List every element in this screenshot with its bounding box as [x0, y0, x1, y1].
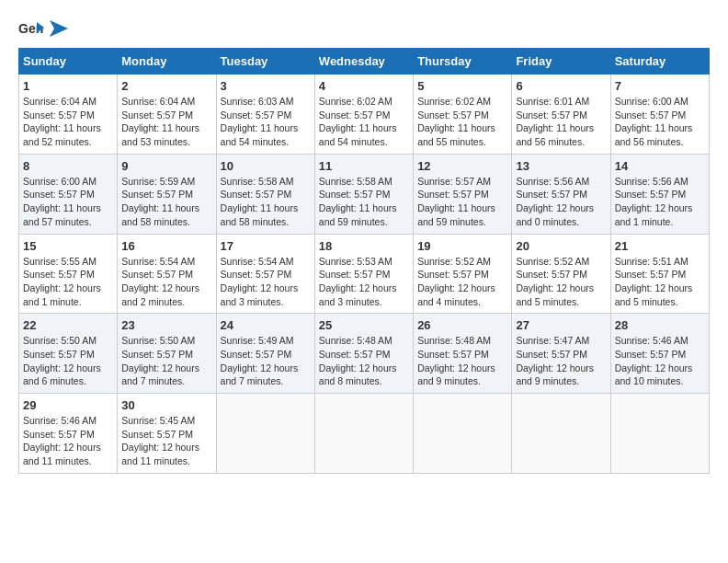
calendar-day-cell: 19Sunrise: 5:52 AMSunset: 5:57 PMDayligh… — [414, 234, 512, 314]
day-info: Sunrise: 5:54 AMSunset: 5:57 PMDaylight:… — [121, 255, 211, 309]
calendar-day-cell: 5Sunrise: 6:02 AMSunset: 5:57 PMDaylight… — [414, 75, 512, 155]
day-info: Sunrise: 6:04 AMSunset: 5:57 PMDaylight:… — [23, 95, 113, 149]
day-info: Sunrise: 5:55 AMSunset: 5:57 PMDaylight:… — [23, 255, 113, 309]
logo-arrow-icon — [50, 20, 68, 37]
weekday-header-sunday: Sunday — [19, 49, 118, 75]
calendar-day-cell: 23Sunrise: 5:50 AMSunset: 5:57 PMDayligh… — [118, 314, 216, 394]
day-info: Sunrise: 5:48 AMSunset: 5:57 PMDaylight:… — [319, 334, 409, 388]
day-info: Sunrise: 5:46 AMSunset: 5:57 PMDaylight:… — [615, 334, 705, 388]
day-number: 3 — [221, 79, 311, 93]
calendar-day-cell: 3Sunrise: 6:03 AMSunset: 5:57 PMDaylight… — [216, 75, 314, 155]
weekday-header-saturday: Saturday — [610, 49, 709, 75]
calendar-day-cell: 15Sunrise: 5:55 AMSunset: 5:57 PMDayligh… — [19, 234, 118, 314]
day-info: Sunrise: 5:49 AMSunset: 5:57 PMDaylight:… — [221, 334, 311, 388]
calendar-day-cell: 21Sunrise: 5:51 AMSunset: 5:57 PMDayligh… — [610, 234, 709, 314]
page-header: General — [18, 18, 710, 39]
day-info: Sunrise: 5:56 AMSunset: 5:57 PMDaylight:… — [615, 175, 705, 229]
day-number: 29 — [23, 398, 113, 412]
day-number: 9 — [121, 159, 211, 173]
day-number: 7 — [615, 79, 705, 93]
day-number: 8 — [23, 159, 113, 173]
day-number: 20 — [516, 239, 606, 253]
day-info: Sunrise: 5:52 AMSunset: 5:57 PMDaylight:… — [516, 255, 606, 309]
calendar-body: 1Sunrise: 6:04 AMSunset: 5:57 PMDaylight… — [19, 75, 710, 474]
day-number: 4 — [319, 79, 409, 93]
day-info: Sunrise: 5:52 AMSunset: 5:57 PMDaylight:… — [417, 255, 507, 309]
logo: General — [18, 18, 68, 39]
day-info: Sunrise: 6:03 AMSunset: 5:57 PMDaylight:… — [221, 95, 311, 149]
day-number: 12 — [417, 159, 507, 173]
calendar-day-cell: 28Sunrise: 5:46 AMSunset: 5:57 PMDayligh… — [610, 314, 709, 394]
day-number: 2 — [121, 79, 211, 93]
calendar-day-cell: 4Sunrise: 6:02 AMSunset: 5:57 PMDaylight… — [314, 75, 413, 155]
day-info: Sunrise: 5:54 AMSunset: 5:57 PMDaylight:… — [221, 255, 311, 309]
day-number: 15 — [23, 239, 113, 253]
calendar-day-cell: 9Sunrise: 5:59 AMSunset: 5:57 PMDaylight… — [118, 154, 216, 234]
day-number: 16 — [121, 239, 211, 253]
day-info: Sunrise: 5:50 AMSunset: 5:57 PMDaylight:… — [23, 334, 113, 388]
calendar-day-cell — [216, 394, 314, 474]
calendar-day-cell: 30Sunrise: 5:45 AMSunset: 5:57 PMDayligh… — [118, 394, 216, 474]
calendar-day-cell — [512, 394, 610, 474]
calendar-day-cell: 2Sunrise: 6:04 AMSunset: 5:57 PMDaylight… — [118, 75, 216, 155]
svg-marker-2 — [50, 20, 68, 37]
calendar-day-cell: 12Sunrise: 5:57 AMSunset: 5:57 PMDayligh… — [414, 154, 512, 234]
day-number: 6 — [516, 79, 606, 93]
calendar-day-cell: 1Sunrise: 6:04 AMSunset: 5:57 PMDaylight… — [19, 75, 118, 155]
calendar-day-cell — [414, 394, 512, 474]
calendar-table: SundayMondayTuesdayWednesdayThursdayFrid… — [18, 48, 710, 474]
day-info: Sunrise: 5:59 AMSunset: 5:57 PMDaylight:… — [121, 175, 211, 229]
calendar-week-row: 1Sunrise: 6:04 AMSunset: 5:57 PMDaylight… — [19, 75, 710, 155]
day-number: 22 — [23, 318, 113, 332]
day-info: Sunrise: 5:46 AMSunset: 5:57 PMDaylight:… — [23, 414, 113, 468]
calendar-day-cell: 16Sunrise: 5:54 AMSunset: 5:57 PMDayligh… — [118, 234, 216, 314]
day-info: Sunrise: 6:00 AMSunset: 5:57 PMDaylight:… — [615, 95, 705, 149]
day-info: Sunrise: 6:02 AMSunset: 5:57 PMDaylight:… — [319, 95, 409, 149]
day-number: 21 — [615, 239, 705, 253]
weekday-header-friday: Friday — [512, 49, 610, 75]
calendar-day-cell: 29Sunrise: 5:46 AMSunset: 5:57 PMDayligh… — [19, 394, 118, 474]
day-number: 14 — [615, 159, 705, 173]
day-number: 25 — [319, 318, 409, 332]
day-number: 24 — [221, 318, 311, 332]
logo-icon: General — [18, 18, 44, 39]
day-number: 23 — [121, 318, 211, 332]
day-info: Sunrise: 6:04 AMSunset: 5:57 PMDaylight:… — [121, 95, 211, 149]
day-info: Sunrise: 5:47 AMSunset: 5:57 PMDaylight:… — [516, 334, 606, 388]
day-number: 19 — [417, 239, 507, 253]
calendar-week-row: 8Sunrise: 6:00 AMSunset: 5:57 PMDaylight… — [19, 154, 710, 234]
calendar-day-cell — [610, 394, 709, 474]
calendar-day-cell: 13Sunrise: 5:56 AMSunset: 5:57 PMDayligh… — [512, 154, 610, 234]
day-info: Sunrise: 6:02 AMSunset: 5:57 PMDaylight:… — [417, 95, 507, 149]
calendar-day-cell: 25Sunrise: 5:48 AMSunset: 5:57 PMDayligh… — [314, 314, 413, 394]
calendar-day-cell: 24Sunrise: 5:49 AMSunset: 5:57 PMDayligh… — [216, 314, 314, 394]
day-number: 26 — [417, 318, 507, 332]
weekday-header-monday: Monday — [118, 49, 216, 75]
calendar-week-row: 15Sunrise: 5:55 AMSunset: 5:57 PMDayligh… — [19, 234, 710, 314]
calendar-day-cell: 18Sunrise: 5:53 AMSunset: 5:57 PMDayligh… — [314, 234, 413, 314]
day-number: 5 — [417, 79, 507, 93]
day-info: Sunrise: 5:50 AMSunset: 5:57 PMDaylight:… — [121, 334, 211, 388]
day-info: Sunrise: 5:51 AMSunset: 5:57 PMDaylight:… — [615, 255, 705, 309]
calendar-week-row: 22Sunrise: 5:50 AMSunset: 5:57 PMDayligh… — [19, 314, 710, 394]
day-info: Sunrise: 5:45 AMSunset: 5:57 PMDaylight:… — [121, 414, 211, 468]
calendar-header-row: SundayMondayTuesdayWednesdayThursdayFrid… — [19, 49, 710, 75]
calendar-day-cell: 8Sunrise: 6:00 AMSunset: 5:57 PMDaylight… — [19, 154, 118, 234]
day-info: Sunrise: 5:48 AMSunset: 5:57 PMDaylight:… — [417, 334, 507, 388]
weekday-header-thursday: Thursday — [414, 49, 512, 75]
day-number: 28 — [615, 318, 705, 332]
calendar-day-cell: 6Sunrise: 6:01 AMSunset: 5:57 PMDaylight… — [512, 75, 610, 155]
day-info: Sunrise: 6:01 AMSunset: 5:57 PMDaylight:… — [516, 95, 606, 149]
calendar-day-cell: 14Sunrise: 5:56 AMSunset: 5:57 PMDayligh… — [610, 154, 709, 234]
day-info: Sunrise: 5:57 AMSunset: 5:57 PMDaylight:… — [417, 175, 507, 229]
day-number: 10 — [221, 159, 311, 173]
day-number: 17 — [221, 239, 311, 253]
calendar-day-cell: 27Sunrise: 5:47 AMSunset: 5:57 PMDayligh… — [512, 314, 610, 394]
day-number: 1 — [23, 79, 113, 93]
calendar-day-cell: 10Sunrise: 5:58 AMSunset: 5:57 PMDayligh… — [216, 154, 314, 234]
day-number: 27 — [516, 318, 606, 332]
day-info: Sunrise: 5:58 AMSunset: 5:57 PMDaylight:… — [319, 175, 409, 229]
weekday-header-tuesday: Tuesday — [216, 49, 314, 75]
day-info: Sunrise: 5:58 AMSunset: 5:57 PMDaylight:… — [221, 175, 311, 229]
day-number: 11 — [319, 159, 409, 173]
